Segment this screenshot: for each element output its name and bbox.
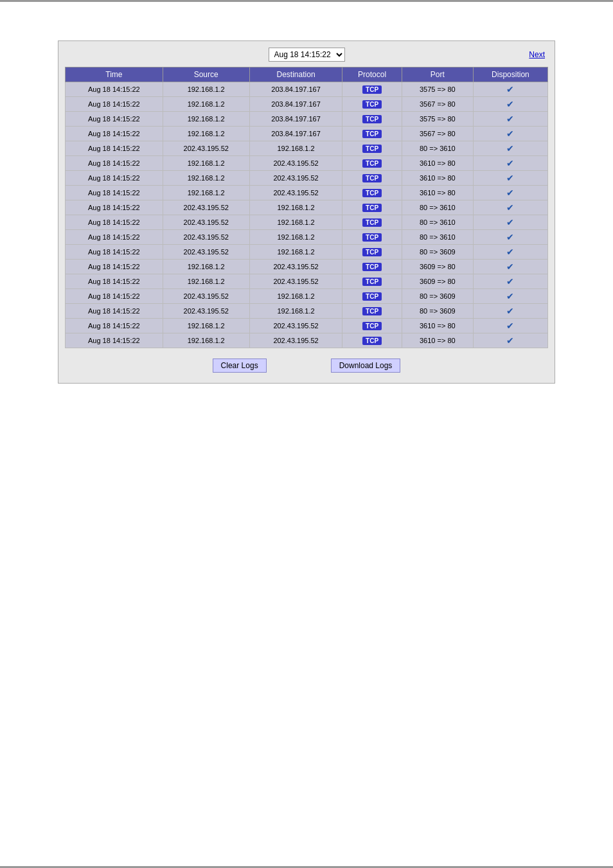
table-row: Aug 18 14:15:22202.43.195.52192.168.1.2T… bbox=[66, 200, 548, 215]
cell-disposition: ✔ bbox=[473, 289, 547, 304]
datetime-select[interactable]: Aug 18 14:15:22 bbox=[269, 48, 345, 62]
cell-port: 3567 => 80 bbox=[402, 97, 473, 112]
cell-source: 192.168.1.2 bbox=[163, 112, 249, 127]
cell-protocol: TCP bbox=[342, 82, 402, 97]
page-wrapper: Aug 18 14:15:22 Next Time Source Destina… bbox=[0, 0, 613, 868]
tcp-badge: TCP bbox=[362, 307, 382, 315]
cell-disposition: ✔ bbox=[473, 127, 547, 141]
cell-time: Aug 18 14:15:22 bbox=[66, 171, 163, 186]
cell-source: 202.43.195.52 bbox=[163, 304, 249, 319]
checkmark-icon: ✔ bbox=[506, 291, 514, 301]
cell-time: Aug 18 14:15:22 bbox=[66, 245, 163, 260]
table-body: Aug 18 14:15:22192.168.1.2203.84.197.167… bbox=[66, 82, 548, 348]
checkmark-icon: ✔ bbox=[506, 99, 514, 109]
tcp-badge: TCP bbox=[362, 85, 382, 94]
cell-destination: 202.43.195.52 bbox=[249, 319, 342, 333]
col-disposition: Disposition bbox=[473, 67, 547, 82]
checkmark-icon: ✔ bbox=[506, 276, 514, 287]
cell-destination: 192.168.1.2 bbox=[249, 200, 342, 215]
cell-source: 202.43.195.52 bbox=[163, 141, 249, 156]
cell-destination: 202.43.195.52 bbox=[249, 171, 342, 186]
tcp-badge: TCP bbox=[362, 278, 382, 286]
cell-source: 192.168.1.2 bbox=[163, 97, 249, 112]
cell-port: 3610 => 80 bbox=[402, 171, 473, 186]
cell-protocol: TCP bbox=[342, 333, 402, 348]
cell-time: Aug 18 14:15:22 bbox=[66, 215, 163, 230]
table-row: Aug 18 14:15:22192.168.1.2203.84.197.167… bbox=[66, 112, 548, 127]
checkmark-icon: ✔ bbox=[506, 202, 514, 213]
cell-protocol: TCP bbox=[342, 260, 402, 274]
cell-disposition: ✔ bbox=[473, 112, 547, 127]
cell-disposition: ✔ bbox=[473, 97, 547, 112]
footer-row: Clear Logs Download Logs bbox=[65, 355, 548, 376]
cell-destination: 202.43.195.52 bbox=[249, 260, 342, 274]
cell-protocol: TCP bbox=[342, 112, 402, 127]
cell-protocol: TCP bbox=[342, 156, 402, 171]
tcp-badge: TCP bbox=[362, 145, 382, 153]
tcp-badge: TCP bbox=[362, 100, 382, 109]
cell-port: 3609 => 80 bbox=[402, 260, 473, 274]
tcp-badge: TCP bbox=[362, 130, 382, 138]
clear-logs-button[interactable]: Clear Logs bbox=[213, 359, 267, 373]
cell-source: 202.43.195.52 bbox=[163, 200, 249, 215]
cell-disposition: ✔ bbox=[473, 156, 547, 171]
tcp-badge: TCP bbox=[362, 204, 382, 212]
cell-disposition: ✔ bbox=[473, 274, 547, 289]
table-row: Aug 18 14:15:22192.168.1.2202.43.195.52T… bbox=[66, 171, 548, 186]
cell-protocol: TCP bbox=[342, 97, 402, 112]
cell-time: Aug 18 14:15:22 bbox=[66, 200, 163, 215]
cell-destination: 203.84.197.167 bbox=[249, 82, 342, 97]
tcp-badge: TCP bbox=[362, 174, 382, 182]
cell-source: 192.168.1.2 bbox=[163, 319, 249, 333]
checkmark-icon: ✔ bbox=[506, 335, 514, 346]
cell-destination: 202.43.195.52 bbox=[249, 333, 342, 348]
col-port: Port bbox=[402, 67, 473, 82]
cell-time: Aug 18 14:15:22 bbox=[66, 274, 163, 289]
tcp-badge: TCP bbox=[362, 337, 382, 345]
cell-port: 80 => 3609 bbox=[402, 304, 473, 319]
cell-port: 3610 => 80 bbox=[402, 156, 473, 171]
checkmark-icon: ✔ bbox=[506, 114, 514, 124]
table-row: Aug 18 14:15:22192.168.1.2203.84.197.167… bbox=[66, 127, 548, 141]
table-row: Aug 18 14:15:22192.168.1.2202.43.195.52T… bbox=[66, 274, 548, 289]
cell-disposition: ✔ bbox=[473, 171, 547, 186]
checkmark-icon: ✔ bbox=[506, 143, 514, 154]
tcp-badge: TCP bbox=[362, 322, 382, 330]
cell-disposition: ✔ bbox=[473, 186, 547, 200]
checkmark-icon: ✔ bbox=[506, 306, 514, 316]
cell-port: 3609 => 80 bbox=[402, 274, 473, 289]
table-row: Aug 18 14:15:22202.43.195.52192.168.1.2T… bbox=[66, 141, 548, 156]
cell-port: 80 => 3610 bbox=[402, 230, 473, 245]
table-row: Aug 18 14:15:22202.43.195.52192.168.1.2T… bbox=[66, 215, 548, 230]
tcp-badge: TCP bbox=[362, 218, 382, 227]
cell-source: 192.168.1.2 bbox=[163, 274, 249, 289]
cell-source: 192.168.1.2 bbox=[163, 333, 249, 348]
cell-protocol: TCP bbox=[342, 200, 402, 215]
cell-protocol: TCP bbox=[342, 245, 402, 260]
tcp-badge: TCP bbox=[362, 292, 382, 301]
cell-protocol: TCP bbox=[342, 171, 402, 186]
next-link[interactable]: Next bbox=[529, 50, 545, 59]
cell-destination: 192.168.1.2 bbox=[249, 215, 342, 230]
checkmark-icon: ✔ bbox=[506, 128, 514, 139]
cell-port: 80 => 3609 bbox=[402, 289, 473, 304]
table-row: Aug 18 14:15:22192.168.1.2203.84.197.167… bbox=[66, 97, 548, 112]
checkmark-icon: ✔ bbox=[506, 188, 514, 198]
log-table: Time Source Destination Protocol Port Di… bbox=[65, 67, 548, 348]
cell-source: 192.168.1.2 bbox=[163, 156, 249, 171]
tcp-badge: TCP bbox=[362, 159, 382, 168]
cell-time: Aug 18 14:15:22 bbox=[66, 260, 163, 274]
cell-disposition: ✔ bbox=[473, 304, 547, 319]
table-row: Aug 18 14:15:22192.168.1.2202.43.195.52T… bbox=[66, 186, 548, 200]
cell-source: 202.43.195.52 bbox=[163, 215, 249, 230]
cell-port: 3610 => 80 bbox=[402, 186, 473, 200]
download-logs-button[interactable]: Download Logs bbox=[331, 359, 401, 373]
cell-source: 192.168.1.2 bbox=[163, 82, 249, 97]
cell-time: Aug 18 14:15:22 bbox=[66, 112, 163, 127]
cell-protocol: TCP bbox=[342, 127, 402, 141]
cell-protocol: TCP bbox=[342, 215, 402, 230]
checkmark-icon: ✔ bbox=[506, 217, 514, 227]
tcp-badge: TCP bbox=[362, 233, 382, 242]
cell-protocol: TCP bbox=[342, 230, 402, 245]
table-row: Aug 18 14:15:22202.43.195.52192.168.1.2T… bbox=[66, 230, 548, 245]
